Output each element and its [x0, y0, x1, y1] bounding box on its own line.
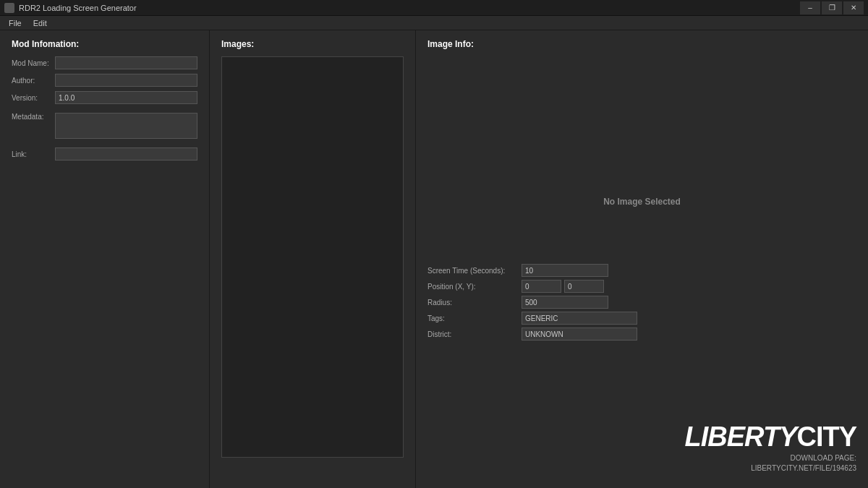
no-image-text: No Image Selected	[603, 197, 681, 207]
screen-time-input[interactable]	[522, 264, 608, 277]
restore-button[interactable]: ❐	[822, 1, 842, 14]
district-row: District:	[427, 328, 856, 341]
liberty-text: Liberty	[685, 421, 797, 452]
window-title: RDR2 Loading Screen Generator	[19, 4, 137, 12]
metadata-label: Metadata:	[12, 113, 55, 121]
tags-row: Tags:	[427, 312, 856, 325]
libertycity-logo: LibertyCity	[685, 423, 856, 450]
menu-edit[interactable]: Edit	[27, 17, 53, 29]
app-icon	[4, 3, 14, 13]
left-panel: Mod Infomation: Mod Name: Author: Versio…	[0, 30, 210, 488]
radius-input[interactable]	[522, 296, 608, 309]
download-line1: DOWNLOAD PAGE:	[791, 454, 857, 462]
middle-panel: Images:	[210, 30, 416, 488]
right-panel: Image Info: No Image Selected Screen Tim…	[416, 30, 868, 488]
mod-info-title: Mod Infomation:	[12, 39, 197, 49]
mod-name-input[interactable]	[55, 56, 197, 69]
minimize-button[interactable]: –	[800, 1, 820, 14]
position-inputs	[522, 280, 604, 293]
mod-name-row: Mod Name:	[12, 56, 197, 69]
district-label: District:	[427, 330, 522, 338]
city-text: City	[796, 421, 856, 452]
metadata-row: Metadata:	[12, 113, 197, 139]
district-input[interactable]	[522, 328, 637, 341]
menu-file[interactable]: File	[3, 17, 27, 29]
images-title: Images:	[221, 39, 404, 49]
radius-row: Radius:	[427, 296, 856, 309]
link-input[interactable]	[55, 147, 197, 160]
tags-input[interactable]	[522, 312, 637, 325]
title-bar-controls: – ❐ ✕	[800, 1, 864, 14]
radius-label: Radius:	[427, 299, 522, 307]
close-button[interactable]: ✕	[843, 1, 864, 14]
link-label: Link:	[12, 150, 55, 158]
libertycity-subtitle: DOWNLOAD PAGE: LIBERTYCITY.NET/FILE/1946…	[685, 453, 856, 474]
version-row: Version:	[12, 91, 197, 104]
image-info-title: Image Info:	[427, 39, 856, 49]
version-input[interactable]	[55, 91, 197, 104]
main-content: Mod Infomation: Mod Name: Author: Versio…	[0, 30, 868, 488]
screen-time-row: Screen Time (Seconds):	[427, 264, 856, 277]
title-bar-left: RDR2 Loading Screen Generator	[4, 3, 137, 13]
author-row: Author:	[12, 74, 197, 87]
tags-label: Tags:	[427, 314, 522, 322]
version-label: Version:	[12, 94, 55, 102]
images-list[interactable]	[221, 56, 404, 458]
author-input[interactable]	[55, 74, 197, 87]
position-y-input[interactable]	[564, 280, 604, 293]
title-bar: RDR2 Loading Screen Generator – ❐ ✕	[0, 0, 868, 16]
position-label: Position (X, Y):	[427, 283, 522, 291]
download-line2: LIBERTYCITY.NET/FILE/194623	[751, 464, 856, 472]
menu-bar: File Edit	[0, 16, 868, 30]
metadata-input[interactable]	[55, 113, 197, 139]
position-row: Position (X, Y):	[427, 280, 856, 293]
libertycity-watermark: LibertyCity DOWNLOAD PAGE: LIBERTYCITY.N…	[685, 423, 856, 474]
screen-time-label: Screen Time (Seconds):	[427, 267, 522, 275]
position-x-input[interactable]	[522, 280, 561, 293]
author-label: Author:	[12, 77, 55, 85]
link-row: Link:	[12, 147, 197, 160]
mod-name-label: Mod Name:	[12, 59, 55, 67]
image-info-fields: Screen Time (Seconds): Position (X, Y): …	[427, 264, 856, 343]
